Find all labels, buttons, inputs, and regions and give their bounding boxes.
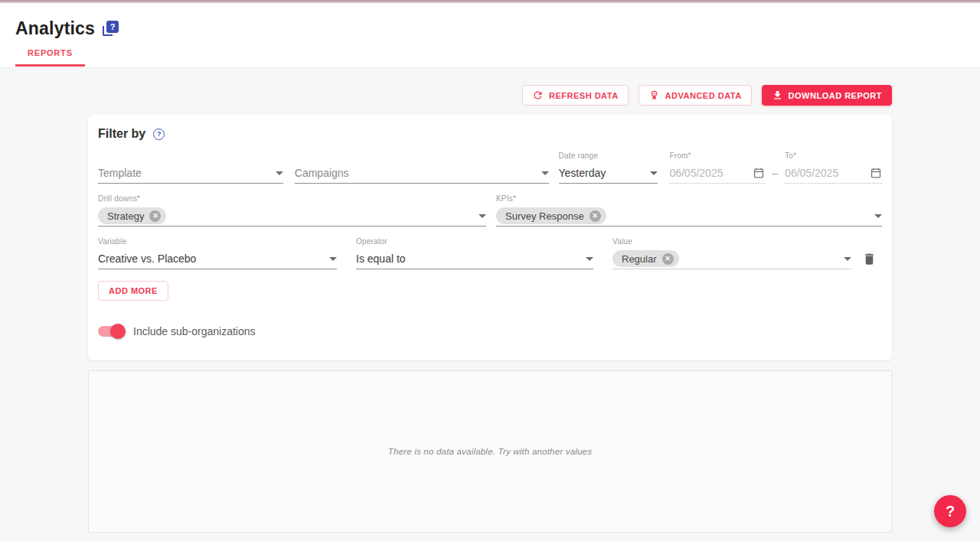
value-select[interactable]: Value Regular ✕ [612,237,851,269]
variable-value: Creative vs. Placebo [98,253,325,265]
template-select[interactable]: Template [98,152,283,184]
advanced-data-button[interactable]: ADVANCED DATA [639,85,752,106]
date-range-value: Yesterday [559,167,646,179]
date-separator: – [765,167,785,184]
main-content: REFRESH DATA ADVANCED DATA DOWNLOAD REPO… [88,85,892,533]
value-label: Value [612,237,851,249]
chevron-down-icon [874,214,882,218]
variable-select[interactable]: Variable Creative vs. Placebo [98,237,337,269]
chevron-down-icon [844,257,851,261]
close-icon[interactable]: ✕ [149,210,161,222]
variable-label: Variable [98,237,337,249]
tab-reports[interactable]: REPORTS [15,48,85,67]
filter-card: Filter by ? Template Campaigns Date ran [88,115,892,360]
chip-survey-response: Survey Response ✕ [496,207,606,224]
header: Analytics ? REPORTS [0,3,980,68]
operator-label: Operator [356,237,593,249]
drill-downs-label: Drill downs* [98,194,486,206]
help-fab[interactable]: ? [934,495,966,527]
template-placeholder: Template [98,167,271,179]
operator-select[interactable]: Operator Is equal to [356,237,593,269]
operator-value: Is equal to [356,253,581,265]
date-range-label: Date range [559,152,658,163]
chevron-down-icon [541,171,549,175]
include-sub-orgs-row: Include sub-organizations [98,325,882,337]
delete-condition-button[interactable] [862,252,877,266]
download-report-button[interactable]: DOWNLOAD REPORT [762,85,892,106]
kpis-select[interactable]: KPIs* Survey Response ✕ [496,194,882,227]
filter-row-3: Variable Creative vs. Placebo Operator I… [98,237,882,269]
toggle-knob [110,324,126,339]
from-label: From* [669,152,765,163]
chevron-down-icon [650,171,658,175]
include-sub-orgs-label: Include sub-organizations [133,325,256,337]
kpis-label: KPIs* [496,194,882,206]
campaigns-select[interactable]: Campaigns [295,152,549,184]
download-icon [772,90,783,101]
date-range-select[interactable]: Date range Yesterday [559,152,658,184]
circle-question-icon[interactable]: ? [153,129,165,140]
refresh-icon [532,90,544,101]
chevron-down-icon [329,257,337,261]
calendar-icon[interactable] [753,167,765,179]
drill-downs-select[interactable]: Drill downs* Strategy ✕ [98,194,486,227]
add-more-button[interactable]: ADD MORE [98,281,168,301]
actions-toolbar: REFRESH DATA ADVANCED DATA DOWNLOAD REPO… [88,85,892,106]
chip-regular: Regular ✕ [612,250,679,267]
from-date-field[interactable]: From* 06/05/2025 [669,152,765,184]
calendar-icon[interactable] [870,167,882,179]
page-title: Analytics [15,18,95,39]
to-label: To* [785,152,882,163]
award-icon [648,90,660,101]
chevron-down-icon [586,257,593,261]
chevron-down-icon [276,171,283,175]
to-date-field[interactable]: To* 06/05/2025 [785,152,882,184]
to-date-value: 06/05/2025 [785,167,865,179]
chevron-down-icon [479,214,486,218]
filter-row-1: Template Campaigns Date range Yesterday [98,152,882,184]
help-doc-icon[interactable]: ? [103,21,119,37]
chip-strategy: Strategy ✕ [98,207,166,224]
refresh-data-button[interactable]: REFRESH DATA [522,85,629,106]
close-icon[interactable]: ✕ [662,253,674,265]
filter-title: Filter by [98,127,145,141]
tab-bar: REPORTS [15,48,965,67]
include-sub-orgs-toggle[interactable] [98,326,124,337]
empty-state-message: There is no data available. Try with ano… [388,447,592,456]
from-date-value: 06/05/2025 [669,167,748,179]
trash-icon [862,252,877,266]
results-panel: There is no data available. Try with ano… [88,370,892,533]
question-mark-icon: ? [106,21,119,33]
filter-row-2: Drill downs* Strategy ✕ KPIs* Survey Res… [98,194,882,227]
campaigns-placeholder: Campaigns [295,167,537,179]
close-icon[interactable]: ✕ [590,210,601,222]
